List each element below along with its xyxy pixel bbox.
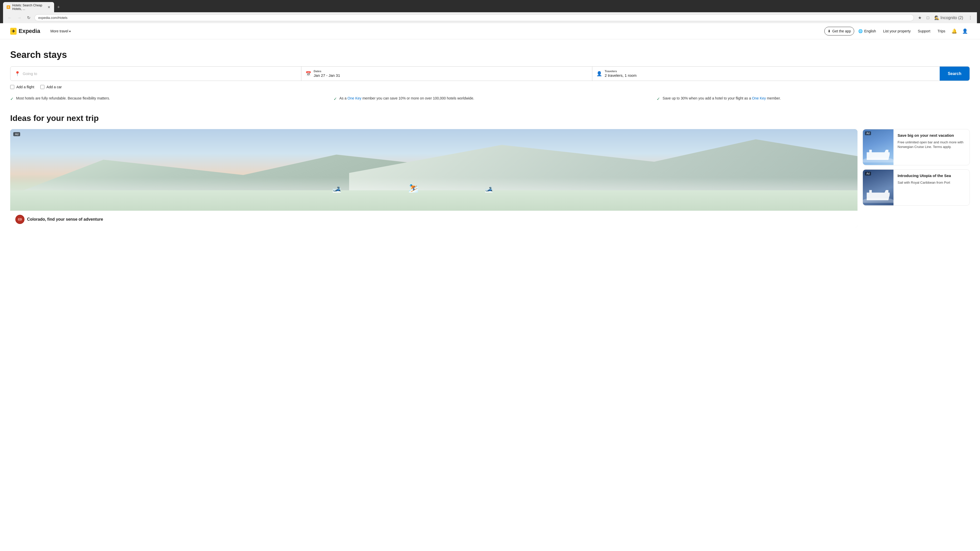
going-to-content: Going to (23, 71, 37, 76)
add-car-checkbox-label[interactable]: Add a car (40, 85, 62, 89)
list-property-label: List your property (883, 29, 911, 33)
add-flight-checkbox[interactable] (10, 85, 14, 89)
going-to-placeholder: Going to (23, 71, 37, 76)
logo-text: Expedia (19, 28, 40, 35)
active-tab[interactable]: E Hotels: Search Cheap Hotels, ... ✕ (3, 2, 54, 12)
trips-button[interactable]: Trips (934, 27, 948, 35)
more-travel-label: More travel (50, 29, 68, 33)
notifications-button[interactable]: 🔔 (950, 26, 959, 36)
split-screen-button[interactable]: □ (925, 14, 931, 21)
menu-button[interactable]: ⋮ (967, 14, 974, 21)
small-ad-image-1: Ad (863, 129, 894, 165)
ground (10, 190, 858, 211)
travelers-label: Travelers (605, 70, 636, 73)
small-ad-desc-2: Sail with Royal Caribbean from Port (897, 180, 966, 185)
tab-close-button[interactable]: ✕ (48, 5, 51, 9)
tab-favicon: E (6, 5, 10, 9)
large-ad-badge: Ad (13, 132, 20, 136)
colorado-logo-icon: CO (15, 215, 24, 224)
colorado-branding: CO Colorado, find your sense of adventur… (15, 215, 853, 224)
list-property-button[interactable]: List your property (880, 27, 914, 35)
ideas-grid: Ad 🎿 ⛷️ 🎿 CO (10, 129, 970, 228)
incognito-button[interactable]: 🕵 Incognito (2) (933, 14, 965, 21)
language-button[interactable]: 🌐 English (855, 27, 879, 35)
large-ad-image: Ad 🎿 ⛷️ 🎿 (10, 129, 858, 211)
dates-label: Dates (313, 70, 340, 73)
small-ad-card-1[interactable]: Ad Save big on your next vacation Free u… (862, 129, 970, 165)
get-app-label: Get the app (832, 29, 851, 33)
check-icon-3: ✓ (657, 97, 660, 101)
one-key-link-1[interactable]: One Key (348, 96, 361, 100)
logo-link[interactable]: ✈ Expedia (10, 28, 40, 35)
small-ad-badge-1: Ad (865, 131, 871, 135)
person-icon: 👤 (597, 71, 602, 76)
user-icon: 👤 (962, 28, 968, 34)
skier-1: 🎿 (332, 184, 341, 193)
dates-content: Dates Jan 27 - Jan 31 (313, 70, 340, 78)
add-flight-checkbox-label[interactable]: Add a flight (10, 85, 34, 89)
calendar-icon: 📅 (305, 71, 311, 76)
small-ad-badge-2: Ad (865, 171, 871, 176)
travelers-field[interactable]: 👤 Travelers 2 travelers, 1 room (592, 67, 939, 81)
tab-title: Hotels: Search Cheap Hotels, ... (12, 3, 45, 11)
small-ad-desc-1: Free unlimited open bar and much more wi… (897, 140, 966, 149)
more-travel-button[interactable]: More travel (48, 27, 73, 35)
benefit-1: ✓ Most hotels are fully refundable. Beca… (10, 96, 323, 101)
benefit-3-text: Save up to 30% when you add a hotel to y… (662, 96, 781, 100)
add-car-label: Add a car (46, 85, 62, 89)
right-ads-column: Ad Save big on your next vacation Free u… (862, 129, 970, 228)
cruise-ship-image-1: Ad (863, 129, 894, 165)
search-button[interactable]: Search (940, 67, 969, 81)
small-ad-content-2: Introducing Utopia of the Sea Sail with … (894, 170, 969, 205)
travelers-content: Travelers 2 travelers, 1 room (605, 70, 636, 78)
page-title: Search stays (10, 49, 970, 60)
bookmark-button[interactable]: ★ (916, 14, 923, 21)
colorado-logo-text: CO (18, 218, 22, 221)
large-ad-caption-text: Colorado, find your sense of adventure (27, 217, 103, 222)
benefit-1-text: Most hotels are fully refundable. Becaus… (16, 96, 110, 100)
address-bar[interactable]: expedia.com/Hotels (35, 14, 914, 21)
travelers-value: 2 travelers, 1 room (605, 73, 636, 78)
skier-2: ⛷️ (408, 183, 418, 193)
small-ad-title-1: Save big on your next vacation (897, 133, 966, 138)
ideas-title: Ideas for your next trip (10, 114, 970, 123)
large-ad-caption: CO Colorado, find your sense of adventur… (10, 211, 858, 228)
add-car-checkbox[interactable] (40, 85, 45, 89)
check-icon-2: ✓ (334, 97, 337, 101)
tab-bar: E Hotels: Search Cheap Hotels, ... ✕ + (3, 2, 977, 12)
add-flight-label: Add a flight (16, 85, 34, 89)
browser-toolbar: ← → ↻ expedia.com/Hotels ★ □ 🕵 Incognito… (3, 12, 977, 23)
logo-icon: ✈ (10, 28, 17, 35)
small-ad-card-2[interactable]: Ad Introducing Utopia of the Sea Sail wi… (862, 169, 970, 206)
support-label: Support (918, 29, 930, 33)
site-header: ✈ Expedia More travel ⬇ Get the app 🌐 En… (0, 23, 980, 39)
check-icon-1: ✓ (10, 97, 14, 101)
one-key-link-2[interactable]: One Key (752, 96, 766, 100)
new-tab-button[interactable]: + (55, 3, 62, 11)
large-ad-card[interactable]: Ad 🎿 ⛷️ 🎿 CO (10, 129, 858, 228)
header-actions: ⬇ Get the app 🌐 English List your proper… (824, 26, 970, 36)
reload-button[interactable]: ↻ (25, 14, 32, 21)
browser-chrome: E Hotels: Search Cheap Hotels, ... ✕ + ←… (0, 0, 980, 23)
get-app-button[interactable]: ⬇ Get the app (824, 27, 854, 35)
back-button[interactable]: ← (6, 14, 13, 21)
support-button[interactable]: Support (915, 27, 933, 35)
page-wrapper: ✈ Expedia More travel ⬇ Get the app 🌐 En… (0, 23, 980, 551)
cruise-ship-image-2: Ad (863, 170, 894, 205)
dates-field[interactable]: 📅 Dates Jan 27 - Jan 31 (301, 67, 592, 81)
benefit-3: ✓ Save up to 30% when you add a hotel to… (657, 96, 970, 101)
chevron-down-icon (69, 29, 71, 33)
search-form: 📍 Going to 📅 Dates Jan 27 - Jan 31 (10, 66, 970, 81)
going-to-field[interactable]: 📍 Going to (11, 67, 301, 81)
dates-value: Jan 27 - Jan 31 (313, 73, 340, 78)
benefit-2: ✓ As a One Key member you can save 10% o… (334, 96, 647, 101)
main-content: Search stays 📍 Going to 📅 Dates Jan 27 -… (0, 39, 980, 228)
location-icon: 📍 (14, 71, 20, 76)
water-waves-1 (863, 157, 894, 162)
url-text: expedia.com/Hotels (38, 16, 67, 20)
account-button[interactable]: 👤 (960, 26, 970, 36)
benefit-2-text: As a One Key member you can save 10% or … (339, 96, 474, 100)
forward-button[interactable]: → (16, 14, 23, 21)
bell-icon: 🔔 (951, 28, 957, 34)
skier-3: 🎿 (485, 185, 493, 193)
